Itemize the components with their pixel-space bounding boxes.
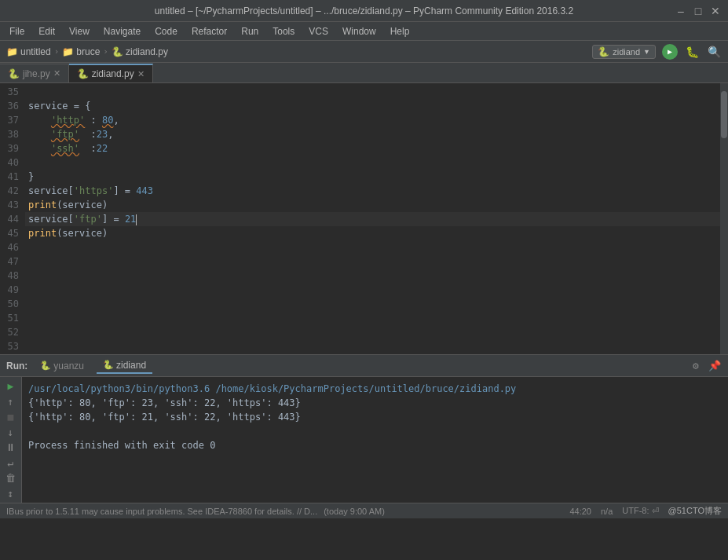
code-line-37: 'http' : 80,: [25, 113, 720, 127]
status-message: IBus prior to 1.5.11 may cause input pro…: [6, 507, 317, 516]
line-number-38: 38: [3, 127, 19, 141]
line-number-42: 42: [3, 184, 19, 198]
menu-navigate[interactable]: Navigate: [97, 24, 147, 38]
menu-view[interactable]: View: [63, 24, 96, 38]
run-stop-button[interactable]: ■: [2, 411, 20, 423]
menu-run[interactable]: Run: [235, 24, 265, 38]
run-output: /usr/local/python3/bin/python3.6 /home/k…: [22, 377, 728, 503]
run-config-selector[interactable]: 🐍 zidiand ▼: [592, 45, 656, 59]
code-line-40: [25, 156, 720, 170]
run-tab-yuanzu[interactable]: 🐍 yuanzu: [34, 359, 90, 373]
menu-edit[interactable]: Edit: [32, 24, 61, 38]
line-number-54: 54: [3, 353, 19, 354]
run-header: Run: 🐍 yuanzu 🐍 zidiand ⚙ 📌: [0, 355, 728, 377]
run-up-button[interactable]: ↑: [2, 396, 20, 408]
nav-right: 🐍 zidiand ▼ ▶ 🐛 🔍: [592, 44, 722, 60]
editor-main[interactable]: 3536373839404142434445464748495051525354…: [0, 83, 728, 354]
tab-close-jihe[interactable]: ✕: [53, 68, 60, 79]
breadcrumb-sep-2: ›: [103, 46, 108, 57]
tab-zidiand[interactable]: 🐍 zidiand.py ✕: [69, 64, 153, 82]
line-number-48: 48: [3, 269, 19, 283]
minimize-button[interactable]: –: [675, 5, 687, 17]
status-time: (today 9:00 AM): [324, 507, 385, 516]
line-number-45: 45: [3, 226, 19, 240]
status-right: 44:20 n/a UTF-8: ⏎ @51CTO博客: [569, 505, 722, 517]
menu-code[interactable]: Code: [148, 24, 184, 38]
output-line-1: /usr/local/python3/bin/python3.6 /home/k…: [28, 382, 722, 396]
code-line-46: [25, 240, 720, 254]
scrollbar-thumb[interactable]: [721, 91, 727, 138]
status-watermark: @51CTO博客: [668, 505, 722, 517]
line-number-35: 35: [3, 85, 19, 99]
menu-tools[interactable]: Tools: [266, 24, 301, 38]
tab-icon-zidiand: 🐍: [77, 68, 89, 79]
run-pin-button[interactable]: 📌: [708, 359, 722, 373]
run-tools-right: ⚙ 📌: [689, 359, 722, 373]
title-bar: untitled – [~/PycharmProjects/untitled] …: [0, 0, 728, 22]
search-button[interactable]: 🔍: [706, 44, 722, 60]
breadcrumb-folder[interactable]: 📁 bruce: [62, 46, 100, 57]
code-line-38: 'ftp' :23,: [25, 127, 720, 141]
run-pause-button[interactable]: ⏸: [2, 441, 20, 454]
code-line-44: service['ftp'] = 21: [25, 212, 720, 226]
tab-jihe[interactable]: 🐍 jihe.py ✕: [0, 64, 69, 82]
breadcrumb-file[interactable]: 🐍 zidiand.py: [112, 46, 168, 57]
run-tab-zidiand[interactable]: 🐍 zidiand: [97, 358, 152, 374]
line-number-44: 44: [3, 212, 19, 226]
line-number-46: 46: [3, 240, 19, 254]
code-line-51: [25, 311, 720, 325]
line-numbers: 3536373839404142434445464748495051525354…: [0, 83, 25, 354]
window-controls[interactable]: – □ ✕: [675, 5, 722, 17]
scrollbar-vertical[interactable]: [720, 83, 728, 354]
breadcrumb-sep-1: ›: [54, 46, 60, 57]
run-button[interactable]: ▶: [662, 44, 678, 60]
line-number-43: 43: [3, 198, 19, 212]
line-number-47: 47: [3, 254, 19, 269]
run-scroll-button[interactable]: ↕: [2, 488, 20, 500]
run-panel: Run: 🐍 yuanzu 🐍 zidiand ⚙ 📌 ▶ ↑ ■ ↓ ⏸ ↵ …: [0, 354, 728, 503]
menu-help[interactable]: Help: [384, 24, 416, 38]
output-line-4: [28, 424, 722, 438]
output-line-2: {'http': 80, 'ftp': 23, 'ssh': 22, 'http…: [28, 396, 722, 410]
tab-close-zidiand[interactable]: ✕: [137, 69, 145, 79]
run-clear-button[interactable]: 🗑: [2, 472, 20, 485]
debug-button[interactable]: 🐛: [684, 44, 700, 60]
run-wrap-button[interactable]: ↵: [2, 457, 20, 470]
code-line-42: service['https'] = 443: [25, 184, 720, 198]
line-number-52: 52: [3, 325, 19, 339]
status-na: n/a: [601, 507, 613, 516]
line-number-50: 50: [3, 297, 19, 311]
status-encoding[interactable]: UTF-8: ⏎: [622, 506, 658, 516]
code-line-50: [25, 297, 720, 311]
run-toolbar: ▶ ↑ ■ ↓ ⏸ ↵ 🗑 ↕: [0, 377, 22, 503]
nav-bar: 📁 untitled › 📁 bruce › 🐍 zidiand.py 🐍 zi…: [0, 41, 728, 63]
editor-area: 3536373839404142434445464748495051525354…: [0, 83, 728, 354]
code-area[interactable]: service = { 'http' : 80, 'ftp' :23, 'ssh…: [25, 83, 720, 354]
editor-tabs: 🐍 jihe.py ✕ 🐍 zidiand.py ✕: [0, 63, 728, 83]
menu-file[interactable]: File: [3, 24, 31, 38]
line-number-40: 40: [3, 156, 19, 170]
run-play-button[interactable]: ▶: [2, 380, 20, 393]
close-button[interactable]: ✕: [709, 5, 722, 17]
line-number-41: 41: [3, 170, 19, 184]
breadcrumb-project[interactable]: 📁 untitled: [6, 46, 51, 57]
line-number-36: 36: [3, 99, 19, 113]
window-title: untitled – [~/PycharmProjects/untitled] …: [53, 5, 675, 16]
menu-refactor[interactable]: Refactor: [185, 24, 233, 38]
line-number-39: 39: [3, 141, 19, 156]
menu-vcs[interactable]: VCS: [302, 24, 335, 38]
status-bar: IBus prior to 1.5.11 may cause input pro…: [0, 503, 728, 518]
code-line-54: [25, 353, 720, 354]
run-settings-button[interactable]: ⚙: [689, 359, 703, 373]
menu-window[interactable]: Window: [336, 24, 382, 38]
code-line-53: [25, 339, 720, 353]
code-line-41: }: [25, 170, 720, 184]
output-line-5: Process finished with exit code 0: [28, 438, 722, 452]
tab-icon-jihe: 🐍: [8, 68, 20, 79]
code-line-36: service = {: [25, 99, 720, 113]
code-line-43: print(service): [25, 198, 720, 212]
code-line-35: [25, 85, 720, 99]
maximize-button[interactable]: □: [692, 5, 704, 17]
line-number-53: 53: [3, 339, 19, 353]
run-down-button[interactable]: ↓: [2, 426, 20, 439]
